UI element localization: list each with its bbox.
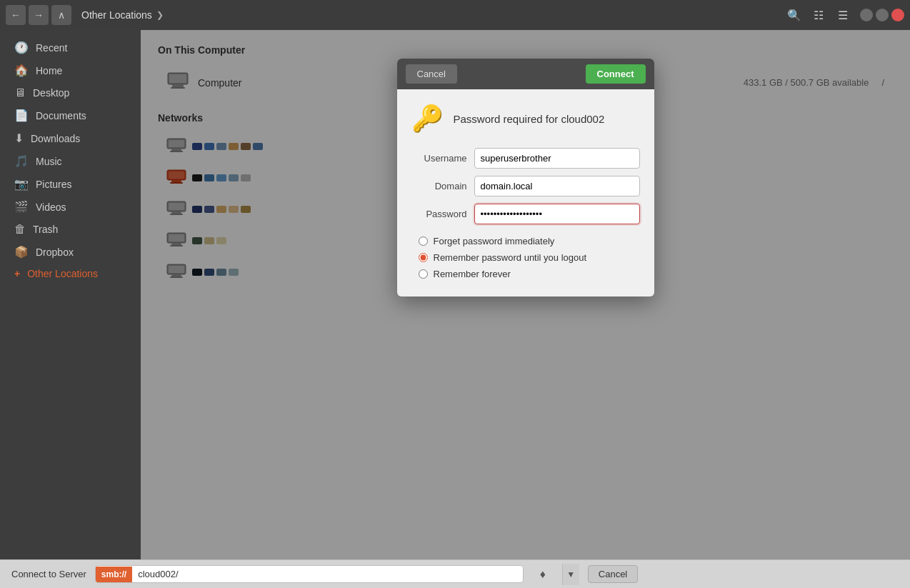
connect-to-server-label: Connect to Server bbox=[11, 569, 86, 579]
content-area: On This Computer Computer 433.1 GB / 500… bbox=[141, 30, 910, 559]
server-url-field[interactable]: smb:// cloud002/ bbox=[95, 565, 524, 583]
domain-label: Domain bbox=[411, 181, 467, 191]
path-segment-label: Other Locations bbox=[81, 9, 152, 21]
sidebar-item-trash-label: Trash bbox=[33, 224, 58, 235]
sidebar-item-dropbox[interactable]: 📦 Dropbox bbox=[3, 241, 138, 263]
dialog-body: 🔑 Password required for cloud002 Usernam… bbox=[397, 89, 654, 297]
radio-forever-input[interactable] bbox=[419, 269, 428, 279]
sidebar-item-music-label: Music bbox=[36, 156, 62, 167]
sidebar-item-home[interactable]: 🏠 Home bbox=[3, 59, 138, 81]
domain-input[interactable] bbox=[474, 176, 640, 196]
menu-button[interactable]: ☰ bbox=[833, 5, 853, 25]
password-dialog: Cancel Connect 🔑 Password required for c… bbox=[397, 59, 654, 297]
pictures-icon: 📷 bbox=[14, 177, 29, 191]
username-input[interactable] bbox=[474, 148, 640, 169]
up-button[interactable]: ∧ bbox=[51, 5, 71, 25]
sidebar-item-music[interactable]: 🎵 Music bbox=[3, 150, 138, 172]
sidebar-item-videos[interactable]: 🎬 Videos bbox=[3, 196, 138, 218]
window-controls bbox=[860, 9, 904, 21]
dialog-title: Password required for cloud002 bbox=[454, 113, 605, 125]
path-bar: Other Locations ❯ bbox=[74, 9, 781, 21]
titlebar-actions: 🔍 ☷ ☰ bbox=[784, 5, 853, 25]
radio-forever-label: Remember forever bbox=[434, 269, 511, 279]
password-label: Password bbox=[411, 209, 467, 219]
maximize-button[interactable] bbox=[876, 9, 889, 21]
url-value: cloud002/ bbox=[132, 566, 523, 582]
dialog-connect-button[interactable]: Connect bbox=[586, 64, 646, 84]
close-button[interactable] bbox=[891, 9, 904, 21]
trash-icon: 🗑 bbox=[14, 223, 26, 236]
sidebar-item-trash[interactable]: 🗑 Trash bbox=[3, 219, 138, 240]
sidebar-item-videos-label: Videos bbox=[36, 201, 66, 213]
sidebar-item-desktop[interactable]: 🖥 Desktop bbox=[3, 82, 138, 104]
dialog-cancel-button[interactable]: Cancel bbox=[406, 64, 457, 84]
forward-button[interactable]: → bbox=[29, 5, 49, 25]
sidebar-item-downloads[interactable]: ⬇ Downloads bbox=[3, 127, 138, 149]
dialog-header: 🔑 Password required for cloud002 bbox=[411, 104, 640, 134]
main-layout: 🕐 Recent 🏠 Home 🖥 Desktop 📄 Documents ⬇ … bbox=[0, 30, 910, 559]
password-row: Password bbox=[411, 204, 640, 224]
sidebar-item-recent-label: Recent bbox=[36, 42, 67, 54]
downloads-icon: ⬇ bbox=[14, 131, 24, 145]
password-input[interactable] bbox=[474, 204, 640, 224]
username-label: Username bbox=[411, 153, 467, 164]
documents-icon: 📄 bbox=[14, 109, 29, 122]
sidebar: 🕐 Recent 🏠 Home 🖥 Desktop 📄 Documents ⬇ … bbox=[0, 30, 141, 559]
url-dropdown-button[interactable]: ▼ bbox=[562, 564, 579, 585]
videos-icon: 🎬 bbox=[14, 200, 29, 214]
home-icon: 🏠 bbox=[14, 64, 29, 77]
url-prefix: smb:// bbox=[96, 567, 132, 582]
radio-logout[interactable]: Remember password until you logout bbox=[419, 252, 640, 263]
sidebar-item-recent[interactable]: 🕐 Recent bbox=[3, 36, 138, 59]
path-chevron-icon: ❯ bbox=[156, 10, 164, 20]
sidebar-item-home-label: Home bbox=[36, 65, 62, 76]
radio-forever[interactable]: Remember forever bbox=[419, 269, 640, 279]
sidebar-item-pictures[interactable]: 📷 Pictures bbox=[3, 173, 138, 195]
add-icon: + bbox=[14, 268, 20, 279]
sidebar-item-dropbox-label: Dropbox bbox=[36, 246, 74, 258]
recent-icon: 🕐 bbox=[14, 41, 29, 54]
sidebar-item-downloads-label: Downloads bbox=[31, 133, 80, 144]
sidebar-item-documents-label: Documents bbox=[36, 110, 86, 121]
username-row: Username bbox=[411, 148, 640, 169]
minimize-button[interactable] bbox=[860, 9, 873, 21]
search-button[interactable]: 🔍 bbox=[784, 5, 804, 25]
bottombar-cancel-button[interactable]: Cancel bbox=[588, 565, 638, 583]
dialog-toolbar: Cancel Connect bbox=[397, 59, 654, 89]
sidebar-item-pictures-label: Pictures bbox=[36, 179, 72, 190]
bottombar: Connect to Server smb:// cloud002/ ♦ ▼ C… bbox=[0, 559, 910, 588]
radio-forget-label: Forget password immediately bbox=[434, 236, 555, 246]
music-icon: 🎵 bbox=[14, 154, 29, 168]
desktop-icon: 🖥 bbox=[14, 86, 26, 99]
view-toggle-button[interactable]: ☷ bbox=[809, 5, 829, 25]
sidebar-item-other-locations-label: Other Locations bbox=[27, 268, 98, 279]
domain-row: Domain bbox=[411, 176, 640, 196]
dropbox-icon: 📦 bbox=[14, 245, 29, 259]
dialog-overlay: Cancel Connect 🔑 Password required for c… bbox=[141, 30, 910, 559]
bookmark-button[interactable]: ♦ bbox=[532, 564, 554, 585]
sidebar-item-other-locations[interactable]: + Other Locations bbox=[3, 264, 138, 284]
radio-forget[interactable]: Forget password immediately bbox=[419, 236, 640, 246]
radio-forget-input[interactable] bbox=[419, 236, 428, 246]
radio-group: Forget password immediately Remember pas… bbox=[411, 236, 640, 279]
radio-logout-label: Remember password until you logout bbox=[434, 252, 587, 263]
back-button[interactable]: ← bbox=[6, 5, 26, 25]
titlebar: ← → ∧ Other Locations ❯ 🔍 ☷ ☰ bbox=[0, 0, 910, 30]
sidebar-item-documents[interactable]: 📄 Documents bbox=[3, 104, 138, 126]
sidebar-item-desktop-label: Desktop bbox=[33, 87, 69, 99]
radio-logout-input[interactable] bbox=[419, 253, 428, 262]
keys-icon: 🔑 bbox=[411, 104, 444, 134]
